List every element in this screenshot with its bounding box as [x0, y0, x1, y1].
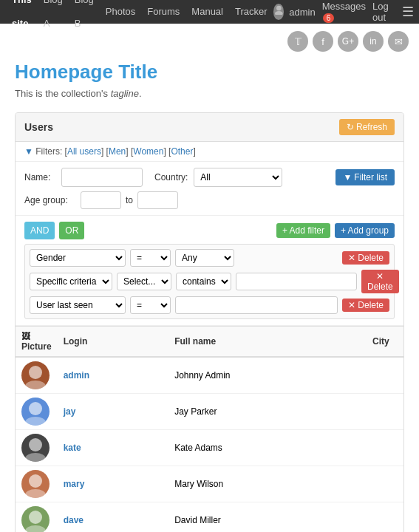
age-to-input[interactable]: [137, 191, 178, 209]
condition3-value[interactable]: [175, 296, 338, 314]
svg-point-9: [25, 489, 46, 498]
nav-photos[interactable]: Photos: [100, 0, 141, 24]
nav-manual[interactable]: Manual: [185, 0, 229, 24]
nav-tracker[interactable]: Tracker: [229, 0, 273, 24]
age-group-row: Age group: to: [24, 191, 395, 209]
nav-blog-a[interactable]: Blog A: [38, 0, 69, 35]
twitter-icon[interactable]: 𝕋: [287, 31, 308, 52]
tagline-word: tagline: [111, 88, 139, 99]
filter-women[interactable]: Women: [133, 146, 163, 157]
name-label: Name:: [24, 172, 55, 183]
or-button[interactable]: OR: [59, 222, 84, 239]
user-login-link[interactable]: kate: [64, 443, 81, 453]
condition1-operator[interactable]: =: [130, 249, 171, 267]
nav-blog-b[interactable]: Blog B: [69, 0, 100, 35]
user-avatar-cell: [16, 430, 58, 466]
name-country-row: Name: Country: All ▼ Filter list: [24, 168, 395, 187]
condition3-field[interactable]: User last seen: [30, 296, 126, 314]
tagline-prefix: This is the collection's: [15, 88, 111, 99]
user-avatar-cell: [16, 394, 58, 430]
user-avatar-cell: [16, 502, 58, 533]
filter-men[interactable]: Men: [109, 146, 126, 157]
user-city-cell: [367, 466, 403, 502]
country-select[interactable]: All: [194, 168, 282, 187]
hamburger-icon[interactable]: ☰: [399, 4, 417, 20]
country-label: Country:: [154, 172, 188, 183]
avatar: [21, 398, 50, 426]
user-login-link[interactable]: admin: [64, 370, 89, 381]
user-login-cell: admin: [58, 357, 168, 394]
th-fullname: Full name: [168, 327, 367, 358]
refresh-button[interactable]: ↻ Refresh: [339, 119, 395, 135]
age-to-label: to: [126, 195, 133, 205]
condition-row-3: User last seen = ✕ Delete: [30, 296, 389, 314]
user-avatar-cell: [16, 466, 58, 502]
filter-icon: ▼: [343, 172, 352, 183]
tagline-suffix: .: [139, 88, 142, 99]
google-icon[interactable]: G+: [338, 31, 358, 52]
delete-label-1: Delete: [358, 253, 384, 263]
nav-forums[interactable]: Forums: [141, 0, 185, 24]
condition-row-1: Gender = Any ✕ Delete: [30, 249, 389, 267]
delete-label-3: Delete: [358, 300, 384, 310]
condition1-value[interactable]: Any: [175, 249, 234, 267]
and-or-add-row: AND OR + Add filter + Add group: [24, 222, 395, 239]
svg-point-8: [29, 474, 42, 488]
add-group-button[interactable]: + Add group: [335, 223, 395, 238]
condition1-field[interactable]: Gender: [30, 249, 126, 267]
delete-button-3[interactable]: ✕ Delete: [342, 299, 389, 312]
svg-point-3: [25, 381, 46, 389]
condition2-field[interactable]: Specific criteria: [30, 273, 112, 290]
user-city-cell: [367, 430, 403, 466]
delete-button-1[interactable]: ✕ Delete: [342, 251, 389, 265]
user-login-link[interactable]: jay: [64, 406, 76, 417]
users-table: 🖼 Picture Login Full name City adminJohn…: [16, 326, 403, 532]
th-picture: 🖼 Picture: [16, 327, 58, 358]
messages-badge: 6: [323, 13, 335, 23]
name-input[interactable]: [61, 168, 143, 187]
user-login-link[interactable]: mary: [64, 479, 85, 489]
svg-point-0: [276, 6, 282, 11]
table-row: maryMary Wilson: [16, 466, 403, 502]
messages-label: Messages: [322, 1, 366, 12]
filter-form: Name: Country: All ▼ Filter list Age gro…: [16, 162, 403, 216]
filter-other[interactable]: Other: [171, 146, 193, 157]
x-icon-2: ✕: [376, 271, 384, 282]
filter-all-users[interactable]: All users: [67, 146, 101, 157]
users-panel: Users ↻ Refresh ▼ Filters: [All users] […: [15, 112, 404, 532]
page-tagline: This is the collection's tagline.: [15, 88, 404, 99]
add-filter-button[interactable]: + Add filter: [276, 223, 330, 238]
panel-title: Users: [24, 121, 53, 133]
user-fullname-cell: Kate Adams: [168, 430, 367, 466]
user-avatar-cell: [16, 357, 58, 394]
delete-label-2: Delete: [367, 282, 393, 292]
svg-point-5: [25, 417, 46, 426]
svg-point-6: [29, 438, 42, 451]
email-icon[interactable]: ✉: [388, 31, 409, 52]
condition2-operator[interactable]: Select...: [117, 273, 171, 290]
nav-this-site[interactable]: This site: [6, 0, 38, 35]
admin-avatar: [273, 4, 285, 20]
filter-list-button[interactable]: ▼ Filter list: [335, 169, 395, 185]
avatar: [21, 434, 50, 462]
delete-button-2[interactable]: ✕ Delete: [361, 270, 399, 293]
th-login: Login: [58, 327, 168, 358]
condition3-operator[interactable]: =: [130, 296, 171, 314]
filter-list-label: Filter list: [354, 172, 387, 183]
nav-admin[interactable]: admin: [285, 7, 318, 18]
and-button[interactable]: AND: [24, 222, 55, 239]
svg-point-2: [29, 366, 42, 379]
facebook-icon[interactable]: f: [313, 31, 333, 52]
nav-messages[interactable]: Messages 6: [321, 1, 367, 23]
condition2-value[interactable]: [236, 273, 357, 290]
page-title: Homepage Title: [15, 61, 404, 83]
age-from-input[interactable]: [81, 191, 121, 209]
condition2-operator2[interactable]: contains: [176, 273, 231, 290]
age-group-label: Age group:: [24, 195, 76, 205]
linkedin-icon[interactable]: in: [363, 31, 384, 52]
svg-point-11: [25, 525, 46, 532]
user-fullname-cell: Mary Wilson: [168, 466, 367, 502]
nav-logout[interactable]: Log out: [369, 1, 398, 23]
user-fullname-cell: David Miller: [168, 502, 367, 533]
user-login-link[interactable]: dave: [64, 515, 84, 525]
